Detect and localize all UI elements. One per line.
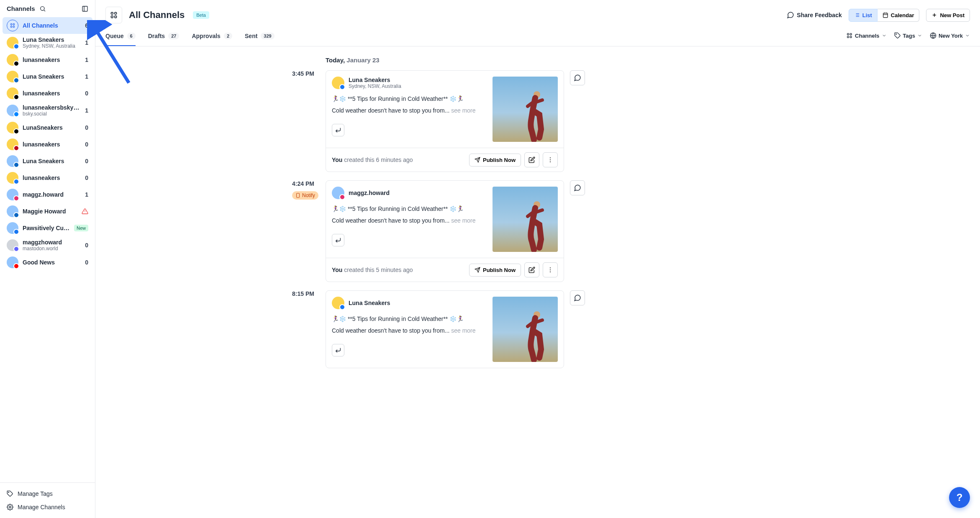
manage-tags[interactable]: Manage Tags (0, 487, 95, 500)
sidebar-item-4[interactable]: lunasneakers 0 (3, 85, 92, 102)
channel-count: 0 (85, 124, 88, 131)
sidebar-item-12[interactable]: Pawsitively Cute Pets New (3, 220, 92, 236)
tab-queue[interactable]: Queue6 (105, 28, 136, 46)
ai-assist-icon[interactable] (332, 234, 344, 246)
comment-button[interactable] (570, 290, 585, 305)
channel-name: Luna Sneakers (23, 158, 81, 164)
all-channels-icon (105, 7, 122, 23)
post-text-line2: Cold weather doesn't have to stop you fr… (332, 216, 487, 225)
sidebar-item-2[interactable]: lunasneakers 1 (3, 51, 92, 68)
post-card[interactable]: maggz.howard 🏃‍♀️❄️ **5 Tips for Running… (326, 180, 564, 282)
sidebar-search-icon[interactable] (39, 5, 46, 12)
post-text-line1: 🏃‍♀️❄️ **5 Tips for Running in Cold Weat… (332, 94, 487, 103)
help-button[interactable]: ? (949, 487, 970, 508)
channel-count: 0 (85, 174, 88, 181)
channels-filter[interactable]: Channels (846, 32, 887, 39)
channel-avatar (7, 239, 18, 251)
post-text-line2: Cold weather doesn't have to stop you fr… (332, 326, 487, 335)
post-time: 8:15 PM (292, 290, 314, 297)
edit-button[interactable] (524, 152, 539, 167)
channel-name: All Channels (23, 22, 81, 29)
tab-sent[interactable]: Sent329 (245, 28, 275, 46)
svg-point-7 (13, 26, 15, 27)
tab-drafts[interactable]: Drafts27 (148, 28, 180, 46)
warning-icon (82, 208, 88, 215)
tags-filter[interactable]: Tags (894, 32, 922, 39)
sidebar-item-10[interactable]: maggz.howard 1 (3, 186, 92, 203)
svg-point-39 (550, 159, 551, 160)
tab-badge: 329 (261, 33, 274, 39)
tab-badge: 27 (168, 33, 179, 39)
sidebar-item-13[interactable]: maggzhoward mastodon.world 0 (3, 236, 92, 254)
comment-button[interactable] (570, 180, 585, 195)
edit-button[interactable] (524, 262, 539, 277)
new-post-button[interactable]: New Post (926, 9, 970, 22)
manage-tags-label: Manage Tags (18, 490, 53, 497)
channel-avatar (7, 138, 18, 150)
beta-badge: Beta (193, 11, 209, 19)
chevron-down-icon (965, 33, 970, 38)
sidebar-item-11[interactable]: Maggie Howard (3, 203, 92, 220)
tab-approvals[interactable]: Approvals2 (192, 28, 232, 46)
tab-label: Sent (245, 33, 257, 39)
post-time: 4:24 PM (292, 180, 314, 187)
more-button[interactable] (543, 152, 558, 167)
post-text-line1: 🏃‍♀️❄️ **5 Tips for Running in Cold Weat… (332, 204, 487, 213)
chevron-down-icon (882, 33, 887, 38)
post-author-name: Luna Sneakers (349, 77, 401, 83)
svg-point-29 (850, 33, 852, 35)
channel-avatar (7, 71, 18, 82)
sidebar-item-3[interactable]: Luna Sneakers 1 (3, 68, 92, 85)
channel-name: Luna Sneakers (23, 36, 81, 43)
ai-assist-icon[interactable] (332, 124, 344, 136)
svg-point-48 (550, 272, 551, 272)
more-button[interactable] (543, 262, 558, 277)
sidebar-item-0[interactable]: All Channels 6 (3, 17, 92, 34)
sidebar-item-5[interactable]: lunasneakersbskyso.bsky.s bsky.social 1 (3, 102, 92, 119)
tab-badge: 6 (127, 33, 136, 39)
post-card[interactable]: Luna Sneakers Sydney, NSW, Australia 🏃‍♀… (326, 70, 564, 172)
channel-name: lunasneakers (23, 174, 81, 181)
channel-name: lunasneakers (23, 141, 81, 148)
sidebar-collapse-icon[interactable] (82, 5, 88, 12)
sidebar-item-7[interactable]: lunasneakers 0 (3, 136, 92, 153)
post-card[interactable]: Luna Sneakers 🏃‍♀️❄️ **5 Tips for Runnin… (326, 290, 564, 368)
publish-now-button[interactable]: Publish Now (469, 264, 521, 277)
ai-assist-icon[interactable] (332, 344, 344, 356)
channel-avatar (7, 87, 18, 99)
channel-count: 1 (85, 39, 88, 46)
sidebar-item-8[interactable]: Luna Sneakers 0 (3, 153, 92, 169)
channel-name: Good News (23, 259, 81, 266)
post-author-name: maggz.howard (349, 190, 390, 196)
tab-label: Approvals (192, 33, 220, 39)
channel-name: lunasneakers (23, 90, 81, 97)
view-calendar-button[interactable]: Calendar (877, 9, 920, 22)
timezone-filter[interactable]: New York (930, 32, 970, 39)
channel-name: Luna Sneakers (23, 73, 81, 80)
share-feedback-link[interactable]: Share Feedback (787, 11, 841, 19)
channel-name: maggz.howard (23, 191, 81, 198)
channel-avatar (7, 172, 18, 184)
see-more-link[interactable]: see more (451, 217, 475, 224)
chevron-down-icon (917, 33, 922, 38)
tab-badge: 2 (224, 33, 232, 39)
publish-now-label: Publish Now (483, 267, 516, 273)
channel-name: Maggie Howard (23, 208, 77, 215)
sidebar-item-1[interactable]: Luna Sneakers Sydney, NSW, Australia 1 (3, 34, 92, 51)
view-list-button[interactable]: List (849, 9, 877, 22)
sidebar-item-9[interactable]: lunasneakers 0 (3, 169, 92, 186)
svg-point-30 (847, 36, 849, 38)
svg-point-6 (10, 26, 12, 27)
channel-avatar (7, 205, 18, 217)
channel-avatar (7, 155, 18, 167)
sidebar-item-6[interactable]: LunaSneakers 0 (3, 119, 92, 136)
sidebar-item-14[interactable]: Good News 0 (3, 254, 92, 271)
comment-button[interactable] (570, 70, 585, 85)
see-more-link[interactable]: see more (451, 327, 475, 334)
svg-point-15 (115, 16, 117, 18)
channel-count: 1 (85, 191, 88, 198)
publish-now-button[interactable]: Publish Now (469, 154, 521, 167)
notify-pill[interactable]: Notify (292, 191, 318, 200)
manage-channels[interactable]: Manage Channels (0, 500, 95, 514)
see-more-link[interactable]: see more (451, 107, 475, 114)
